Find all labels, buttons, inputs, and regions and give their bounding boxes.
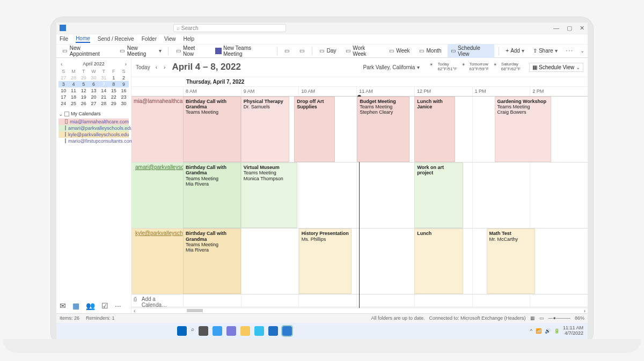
view-mode-icon[interactable]: ▦ xyxy=(530,315,535,321)
menu-view[interactable]: View xyxy=(164,36,176,42)
calendar-nav-icon[interactable]: ▦ xyxy=(72,301,79,310)
month-view-button[interactable]: ▭Month xyxy=(416,47,444,55)
calendar-event[interactable]: Drop off Art Supplies xyxy=(294,97,334,162)
explorer-icon[interactable] xyxy=(240,326,250,336)
calendar-event[interactable]: Birthday Call with GrandmaTeams Meeting … xyxy=(183,229,241,294)
tasks-nav-icon[interactable]: ☑ xyxy=(101,301,108,310)
calendar-event[interactable]: Work on art project xyxy=(414,163,463,228)
outlook-taskbar-icon[interactable] xyxy=(282,326,292,336)
widgets-icon[interactable] xyxy=(213,326,222,336)
main-panel: Today ‹ › April 4 – 8, 2022 Park Valley,… xyxy=(131,58,588,313)
calendar-item-mia[interactable]: mia@lamnahealthcare.com xyxy=(58,119,129,125)
calendar-event[interactable]: Birthday Call with GrandmaTeams Meeting … xyxy=(183,163,241,228)
week-view-button[interactable]: ▭Week xyxy=(386,47,412,55)
menu-help[interactable]: Help xyxy=(184,36,195,42)
calendar-event[interactable]: Physical TherapyDr. Samuels xyxy=(241,97,289,162)
sun-icon: ☀ xyxy=(462,62,465,72)
more-nav[interactable]: ··· xyxy=(115,301,121,310)
meet-now-button[interactable]: ▭Meet Now xyxy=(173,44,209,58)
menu-send-receive[interactable]: Send / Receive xyxy=(98,36,134,42)
search-input[interactable]: ⌕ Search xyxy=(173,24,286,32)
svg-rect-1 xyxy=(215,48,222,54)
start-button[interactable] xyxy=(177,326,187,336)
titlebar: ⌕ Search — ▢ ✕ xyxy=(56,23,588,34)
row-label[interactable]: mia@lamnahealthcare.com xyxy=(131,97,183,162)
mini-cal-month: April 2022 xyxy=(83,61,105,67)
search-placeholder: Search xyxy=(181,25,199,31)
tray-chevron[interactable]: ^ xyxy=(530,328,532,334)
calendar-event[interactable]: Birthday Call with GrandmaTeams Meeting xyxy=(183,97,241,162)
search-taskbar-icon[interactable]: ⌕ xyxy=(191,326,194,336)
calendar-event[interactable]: History PresentationMs. Phillips xyxy=(299,229,352,294)
battery-icon[interactable]: 🔋 xyxy=(554,328,560,334)
reading-pane-icon[interactable]: ▭ xyxy=(539,315,544,321)
calendar-item-mario[interactable]: mario@firstupconsultants.com xyxy=(58,138,129,144)
calendar-event[interactable]: Budget MeetingTeams Meeting Stephen Clea… xyxy=(357,97,409,162)
menu-folder[interactable]: Folder xyxy=(142,36,157,42)
people-nav-icon[interactable]: 👥 xyxy=(86,301,95,310)
location-picker[interactable]: Park Valley, California ▾ xyxy=(363,64,420,70)
work-week-button[interactable]: ▭Work Week xyxy=(342,44,382,58)
mail-icon[interactable]: ✉ xyxy=(60,301,66,310)
row-label[interactable]: kyle@parkvalleysch xyxy=(131,229,183,294)
wifi-icon[interactable]: 📶 xyxy=(536,328,541,334)
new-appointment-button[interactable]: ▭New Appointment xyxy=(60,44,113,58)
calendar-item-kyle[interactable]: kyle@parkvalleyschools.edu xyxy=(58,131,129,138)
schedule-view-dropdown[interactable]: ▦ Schedule View ⌄ xyxy=(529,63,583,72)
sidebar: ‹ April 2022 › SMTWTFS 272829303112 3456… xyxy=(56,58,131,313)
date-bar: Today ‹ › April 4 – 8, 2022 Park Valley,… xyxy=(131,58,588,77)
my-calendars-header[interactable]: ⌄ My Calendars xyxy=(58,111,129,117)
nav-strip: ✉ ▦ 👥 ☑ ··· xyxy=(58,299,129,313)
prev-month[interactable]: ‹ xyxy=(61,61,62,67)
next-month[interactable]: › xyxy=(125,61,127,67)
schedule-view-button[interactable]: ▭Schedule View xyxy=(448,44,494,58)
today-button[interactable]: Today xyxy=(136,64,150,70)
share-button[interactable]: ⇪ Share ▾ xyxy=(531,47,560,55)
store-icon[interactable] xyxy=(268,326,278,336)
edge-icon[interactable] xyxy=(254,326,264,336)
schedule-grid: mia@lamnahealthcare.com Birthday Call wi… xyxy=(131,97,588,308)
svg-rect-0 xyxy=(60,25,66,31)
day-view-button[interactable]: ▭Day xyxy=(317,47,339,55)
zoom-level: 86% xyxy=(575,315,584,321)
search-icon: ⌕ xyxy=(177,25,180,31)
calendar-event[interactable]: Math TestMr. McCarthy xyxy=(487,229,535,294)
zoom-slider[interactable]: —●——— xyxy=(548,315,570,321)
menu-file[interactable]: File xyxy=(60,36,68,42)
weather-strip: ☀Today62°F/51°F ☀Tomorrow63°F/59°F ☀Satu… xyxy=(429,62,521,72)
taskbar: ⌕ ^ 📶 🔊 🔋 11:11 AM 4/7/2022 xyxy=(56,323,588,339)
calendar-event[interactable]: Gardening WorkshopTeams Meeting Craig Bo… xyxy=(495,97,552,162)
menu-home[interactable]: Home xyxy=(76,35,90,43)
row-label[interactable]: amari@parkvalleysc xyxy=(131,163,183,228)
mini-calendar[interactable]: ‹ April 2022 › SMTWTFS 272829303112 3456… xyxy=(58,60,129,107)
collapse-ribbon[interactable]: ⌄ xyxy=(580,48,584,54)
video-icon: ▭ xyxy=(175,48,181,54)
people-icon: ▭ xyxy=(119,48,126,54)
calendar-event[interactable]: Lunch with Janice xyxy=(414,97,455,162)
next-days-button[interactable]: ▭ xyxy=(297,47,308,55)
task-view-icon[interactable] xyxy=(199,326,208,336)
next-day[interactable]: › xyxy=(164,64,166,70)
calendar-event[interactable]: Lunch xyxy=(414,229,463,294)
minimize-button[interactable]: — xyxy=(553,25,559,32)
volume-icon[interactable]: 🔊 xyxy=(545,328,551,334)
schedule-row-amari: amari@parkvalleysc Birthday Call with Gr… xyxy=(131,163,588,229)
reminders-count: Reminders: 1 xyxy=(86,315,115,321)
chat-icon[interactable] xyxy=(226,326,236,336)
new-meeting-button[interactable]: ▭New Meeting ▾ xyxy=(117,44,164,58)
close-button[interactable]: ✕ xyxy=(580,25,584,32)
sync-status: All folders are up to date. xyxy=(371,315,425,321)
add-calendar-button[interactable]: + Add ▾ xyxy=(503,47,526,55)
calendar-event[interactable]: Virtual MuseumTeams Meeting Monica Thomp… xyxy=(241,163,298,228)
add-calendar-row[interactable]: ⎙ Add a Calenda… xyxy=(131,294,588,307)
maximize-button[interactable]: ▢ xyxy=(567,25,572,32)
ribbon-overflow[interactable]: ··· xyxy=(564,47,576,55)
day-header-row: Thursday, April 7, 2022 xyxy=(131,77,588,87)
clock[interactable]: 11:11 AM 4/7/2022 xyxy=(563,326,583,336)
mini-cal-grid[interactable]: SMTWTFS 272829303112 3456789 10111213141… xyxy=(58,68,129,107)
prev-day[interactable]: ‹ xyxy=(156,64,158,70)
new-teams-meeting-button[interactable]: New Teams Meeting xyxy=(213,44,273,58)
calendar-item-amari[interactable]: amari@parkvalleyschools.edu xyxy=(58,125,129,131)
today-ribbon-button[interactable]: ▭ xyxy=(282,47,292,55)
horizontal-scrollbar[interactable]: ‹› xyxy=(131,308,588,313)
